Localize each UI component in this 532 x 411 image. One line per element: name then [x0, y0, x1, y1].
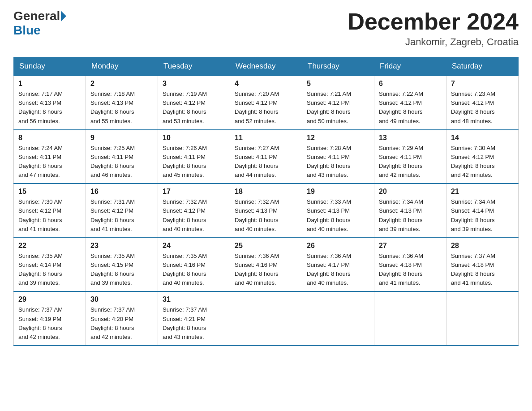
day-info: Sunrise: 7:35 AMSunset: 4:14 PMDaylight:… [18, 252, 81, 288]
weekday-header-sunday: Sunday [14, 57, 86, 76]
day-cell-1: 1Sunrise: 7:17 AMSunset: 4:13 PMDaylight… [14, 76, 86, 130]
logo-general-text: General [13, 9, 60, 23]
day-cell-13: 13Sunrise: 7:29 AMSunset: 4:11 PMDayligh… [374, 130, 446, 184]
day-info: Sunrise: 7:30 AMSunset: 4:12 PMDaylight:… [18, 197, 81, 234]
week-row-3: 15Sunrise: 7:30 AMSunset: 4:12 PMDayligh… [14, 184, 519, 238]
day-cell-26: 26Sunrise: 7:36 AMSunset: 4:17 PMDayligh… [302, 238, 374, 292]
day-number: 3 [163, 80, 225, 88]
day-cell-19: 19Sunrise: 7:33 AMSunset: 4:13 PMDayligh… [302, 184, 374, 238]
day-info: Sunrise: 7:20 AMSunset: 4:12 PMDaylight:… [235, 90, 297, 126]
day-cell-18: 18Sunrise: 7:32 AMSunset: 4:13 PMDayligh… [230, 184, 302, 238]
empty-cell [374, 291, 446, 346]
day-info: Sunrise: 7:22 AMSunset: 4:12 PMDaylight:… [379, 90, 442, 126]
day-info: Sunrise: 7:35 AMSunset: 4:16 PMDaylight:… [163, 252, 225, 288]
day-info: Sunrise: 7:34 AMSunset: 4:13 PMDaylight:… [379, 197, 442, 234]
logo-blue-text: Blue [13, 23, 41, 37]
day-cell-29: 29Sunrise: 7:37 AMSunset: 4:19 PMDayligh… [14, 291, 86, 346]
day-info: Sunrise: 7:25 AMSunset: 4:11 PMDaylight:… [90, 144, 153, 180]
day-cell-27: 27Sunrise: 7:36 AMSunset: 4:18 PMDayligh… [374, 238, 446, 292]
week-row-4: 22Sunrise: 7:35 AMSunset: 4:14 PMDayligh… [14, 238, 519, 292]
day-cell-14: 14Sunrise: 7:30 AMSunset: 4:12 PMDayligh… [446, 130, 519, 184]
day-number: 8 [18, 134, 81, 142]
day-info: Sunrise: 7:27 AMSunset: 4:11 PMDaylight:… [235, 144, 297, 180]
day-info: Sunrise: 7:37 AMSunset: 4:19 PMDaylight:… [18, 305, 81, 342]
day-info: Sunrise: 7:17 AMSunset: 4:13 PMDaylight:… [18, 90, 81, 126]
day-info: Sunrise: 7:32 AMSunset: 4:13 PMDaylight:… [235, 197, 297, 234]
month-title: December 2024 [348, 9, 519, 34]
day-number: 12 [307, 134, 369, 142]
day-info: Sunrise: 7:28 AMSunset: 4:11 PMDaylight:… [307, 144, 369, 180]
day-cell-30: 30Sunrise: 7:37 AMSunset: 4:20 PMDayligh… [86, 291, 158, 346]
day-number: 24 [163, 242, 225, 250]
day-number: 13 [379, 134, 442, 142]
day-info: Sunrise: 7:24 AMSunset: 4:11 PMDaylight:… [18, 144, 81, 180]
day-info: Sunrise: 7:37 AMSunset: 4:20 PMDaylight:… [90, 305, 153, 342]
day-cell-21: 21Sunrise: 7:34 AMSunset: 4:14 PMDayligh… [446, 184, 519, 238]
empty-cell [230, 291, 302, 346]
day-number: 9 [90, 134, 153, 142]
day-number: 7 [451, 80, 514, 88]
day-info: Sunrise: 7:37 AMSunset: 4:21 PMDaylight:… [163, 305, 225, 342]
day-info: Sunrise: 7:30 AMSunset: 4:12 PMDaylight:… [451, 144, 514, 180]
day-cell-10: 10Sunrise: 7:26 AMSunset: 4:11 PMDayligh… [158, 130, 230, 184]
day-cell-28: 28Sunrise: 7:37 AMSunset: 4:18 PMDayligh… [446, 238, 519, 292]
day-number: 11 [235, 134, 297, 142]
week-row-1: 1Sunrise: 7:17 AMSunset: 4:13 PMDaylight… [14, 76, 519, 130]
empty-cell [302, 291, 374, 346]
day-number: 20 [379, 188, 442, 196]
day-cell-3: 3Sunrise: 7:19 AMSunset: 4:12 PMDaylight… [158, 76, 230, 130]
weekday-header-wednesday: Wednesday [230, 57, 302, 76]
day-cell-16: 16Sunrise: 7:31 AMSunset: 4:12 PMDayligh… [86, 184, 158, 238]
day-number: 4 [235, 80, 297, 88]
day-cell-25: 25Sunrise: 7:36 AMSunset: 4:16 PMDayligh… [230, 238, 302, 292]
day-number: 31 [163, 295, 225, 304]
day-number: 30 [90, 295, 153, 304]
day-cell-11: 11Sunrise: 7:27 AMSunset: 4:11 PMDayligh… [230, 130, 302, 184]
day-info: Sunrise: 7:26 AMSunset: 4:11 PMDaylight:… [163, 144, 225, 180]
day-cell-31: 31Sunrise: 7:37 AMSunset: 4:21 PMDayligh… [158, 291, 230, 346]
day-number: 25 [235, 242, 297, 250]
day-number: 15 [18, 188, 81, 196]
day-number: 28 [451, 242, 514, 250]
title-section: December 2024 Jankomir, Zagreb, Croatia [348, 9, 519, 48]
weekday-header-friday: Friday [374, 57, 446, 76]
day-number: 27 [379, 242, 442, 250]
day-info: Sunrise: 7:18 AMSunset: 4:13 PMDaylight:… [90, 90, 153, 126]
week-row-5: 29Sunrise: 7:37 AMSunset: 4:19 PMDayligh… [14, 291, 519, 346]
day-info: Sunrise: 7:34 AMSunset: 4:14 PMDaylight:… [451, 197, 514, 234]
day-info: Sunrise: 7:37 AMSunset: 4:18 PMDaylight:… [451, 252, 514, 288]
day-number: 17 [163, 188, 225, 196]
weekday-header-monday: Monday [86, 57, 158, 76]
day-number: 1 [18, 80, 81, 88]
empty-cell [446, 291, 519, 346]
day-number: 29 [18, 295, 81, 304]
day-number: 2 [90, 80, 153, 88]
day-cell-4: 4Sunrise: 7:20 AMSunset: 4:12 PMDaylight… [230, 76, 302, 130]
day-info: Sunrise: 7:35 AMSunset: 4:15 PMDaylight:… [90, 252, 153, 288]
day-cell-24: 24Sunrise: 7:35 AMSunset: 4:16 PMDayligh… [158, 238, 230, 292]
day-cell-15: 15Sunrise: 7:30 AMSunset: 4:12 PMDayligh… [14, 184, 86, 238]
day-number: 22 [18, 242, 81, 250]
day-cell-17: 17Sunrise: 7:32 AMSunset: 4:12 PMDayligh… [158, 184, 230, 238]
logo: General Blue [13, 9, 67, 38]
page-header: General Blue December 2024 Jankomir, Zag… [13, 9, 519, 48]
day-cell-8: 8Sunrise: 7:24 AMSunset: 4:11 PMDaylight… [14, 130, 86, 184]
day-number: 16 [90, 188, 153, 196]
day-info: Sunrise: 7:36 AMSunset: 4:18 PMDaylight:… [379, 252, 442, 288]
day-info: Sunrise: 7:36 AMSunset: 4:16 PMDaylight:… [235, 252, 297, 288]
weekday-header-thursday: Thursday [302, 57, 374, 76]
day-number: 5 [307, 80, 369, 88]
day-info: Sunrise: 7:19 AMSunset: 4:12 PMDaylight:… [163, 90, 225, 126]
day-info: Sunrise: 7:31 AMSunset: 4:12 PMDaylight:… [90, 197, 153, 234]
day-cell-7: 7Sunrise: 7:23 AMSunset: 4:12 PMDaylight… [446, 76, 519, 130]
calendar-table: SundayMondayTuesdayWednesdayThursdayFrid… [13, 57, 519, 346]
weekday-header-saturday: Saturday [446, 57, 519, 76]
day-number: 19 [307, 188, 369, 196]
day-cell-6: 6Sunrise: 7:22 AMSunset: 4:12 PMDaylight… [374, 76, 446, 130]
day-cell-2: 2Sunrise: 7:18 AMSunset: 4:13 PMDaylight… [86, 76, 158, 130]
day-cell-20: 20Sunrise: 7:34 AMSunset: 4:13 PMDayligh… [374, 184, 446, 238]
week-row-2: 8Sunrise: 7:24 AMSunset: 4:11 PMDaylight… [14, 130, 519, 184]
logo-arrow-icon [61, 11, 66, 21]
day-cell-23: 23Sunrise: 7:35 AMSunset: 4:15 PMDayligh… [86, 238, 158, 292]
day-info: Sunrise: 7:21 AMSunset: 4:12 PMDaylight:… [307, 90, 369, 126]
